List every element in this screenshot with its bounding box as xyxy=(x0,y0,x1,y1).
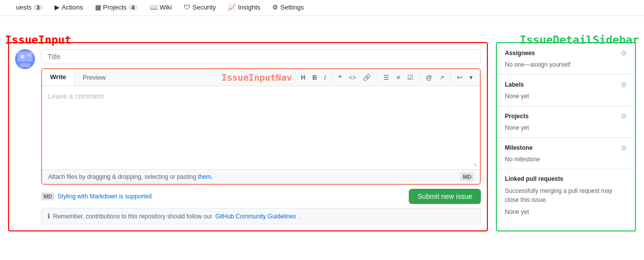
reference-icon[interactable]: ↗ xyxy=(436,72,447,83)
editor-footer: Attach files by dragging & dropping, sel… xyxy=(42,169,480,184)
link-icon[interactable]: 🔗 xyxy=(360,72,374,83)
task-list-icon[interactable]: ☑ xyxy=(404,72,416,83)
title-input[interactable] xyxy=(41,49,481,64)
insights-icon: 📈 xyxy=(228,4,236,11)
editor-body[interactable]: Leave a comment xyxy=(42,86,480,161)
issue-form: Write Preview IssueInputNav H B I ❝ <> 🔗… xyxy=(41,49,481,224)
linked-pr-desc: Successfully merging a pull request may … xyxy=(505,186,627,204)
requests-badge: 3 xyxy=(34,5,43,11)
issue-input-section: Write Preview IssueInputNav H B I ❝ <> 🔗… xyxy=(8,42,488,231)
labels-title: Labels xyxy=(505,81,524,88)
attach-label: Attach files by dragging & dropping, sel… xyxy=(48,173,196,180)
labels-gear-icon[interactable]: ⚙ xyxy=(620,81,627,89)
linked-pr-section: Linked pull requests Successfully mergin… xyxy=(497,169,635,221)
guidelines-link[interactable]: GitHub Community Guidelines xyxy=(215,213,296,220)
linked-pr-value: None yet xyxy=(505,208,627,215)
issue-input-nav: Write Preview IssueInputNav H B I ❝ <> 🔗… xyxy=(42,69,480,86)
nav-item-insights[interactable]: 📈 Insights xyxy=(222,0,266,16)
avatar xyxy=(15,49,35,69)
issue-detail-sidebar: Assignees ⚙ No one—assign yourself Label… xyxy=(496,42,636,231)
quote-icon[interactable]: ❝ xyxy=(335,72,345,83)
svg-point-3 xyxy=(21,55,25,59)
projects-gear-icon[interactable]: ⚙ xyxy=(620,112,627,120)
tab-write[interactable]: Write xyxy=(42,69,75,86)
attach-link[interactable]: them. xyxy=(198,173,213,180)
nav-item-actions[interactable]: ▶ Actions xyxy=(49,0,89,16)
nav-item-projects[interactable]: ▦ Projects 4 xyxy=(89,0,144,16)
labels-section: Labels ⚙ None yet xyxy=(497,75,635,106)
nav-item-security[interactable]: 🛡 Security xyxy=(178,0,222,16)
markdown-link[interactable]: Styling with Markdown is supported xyxy=(58,193,152,200)
wiki-icon: 📖 xyxy=(150,4,158,11)
assignees-title: Assignees xyxy=(505,50,535,57)
milestone-section: Milestone ⚙ No milestone xyxy=(497,138,635,169)
heading-icon[interactable]: H xyxy=(298,72,309,83)
guidelines-bar: ℹ Remember, contributions to this reposi… xyxy=(41,208,481,224)
assignees-section: Assignees ⚙ No one—assign yourself xyxy=(497,43,635,75)
nav-label-requests: uests xyxy=(16,4,32,11)
linked-pr-title: Linked pull requests xyxy=(505,175,627,182)
assignees-value: No one—assign yourself xyxy=(505,61,627,68)
undo-icon[interactable]: ↩ xyxy=(454,72,465,83)
avatar-image xyxy=(15,49,35,69)
nav-label-settings: Settings xyxy=(280,4,304,11)
guidelines-suffix: . xyxy=(299,213,301,220)
projects-header: Projects ⚙ xyxy=(505,112,627,120)
milestone-value: No milestone xyxy=(505,156,627,163)
labels-value: None yet xyxy=(505,93,627,100)
guidelines-text: Remember, contributions to this reposito… xyxy=(53,213,212,220)
svg-point-4 xyxy=(28,54,31,57)
milestone-gear-icon[interactable]: ⚙ xyxy=(620,144,627,152)
assignees-gear-icon[interactable]: ⚙ xyxy=(620,49,627,57)
resize-handle: ⤡ xyxy=(42,161,480,169)
attach-text: Attach files by dragging & dropping, sel… xyxy=(48,173,213,180)
milestone-title: Milestone xyxy=(505,144,532,151)
main-container: Write Preview IssueInputNav H B I ❝ <> 🔗… xyxy=(0,34,644,239)
nav-label-security: Security xyxy=(192,4,216,11)
nav-item-wiki[interactable]: 📖 Wiki xyxy=(144,0,178,16)
resize-icon: ⤡ xyxy=(473,161,478,168)
more-icon[interactable]: ▾ xyxy=(466,72,476,83)
submit-new-issue-button[interactable]: Submit new issue xyxy=(409,189,481,204)
unordered-list-icon[interactable]: ☰ xyxy=(380,72,392,83)
markdown-notice: MD Styling with Markdown is supported xyxy=(41,192,152,200)
bold-icon[interactable]: B xyxy=(309,72,320,83)
italic-icon[interactable]: I xyxy=(321,72,329,83)
svg-rect-1 xyxy=(18,52,33,62)
toolbar-divider-2 xyxy=(377,74,377,82)
nav-label-insights: Insights xyxy=(238,4,260,11)
nav-label-projects: Projects xyxy=(103,4,127,11)
mention-icon[interactable]: @ xyxy=(423,72,435,83)
settings-icon: ⚙ xyxy=(272,4,278,11)
tab-preview[interactable]: Preview xyxy=(75,70,114,85)
toolbar-divider-4 xyxy=(450,74,451,82)
toolbar-divider-1 xyxy=(332,74,332,82)
nav-item-settings[interactable]: ⚙ Settings xyxy=(266,0,310,16)
form-footer: MD Styling with Markdown is supported Su… xyxy=(41,189,481,204)
actions-icon: ▶ xyxy=(55,4,60,11)
projects-value: None yet xyxy=(505,124,627,131)
top-nav: uests 3 ▶ Actions ▦ Projects 4 📖 Wiki 🛡 … xyxy=(0,0,644,16)
info-icon: ℹ xyxy=(48,212,50,220)
ordered-list-icon[interactable]: ≡ xyxy=(393,72,403,83)
projects-title: Projects xyxy=(505,113,528,120)
milestone-header: Milestone ⚙ xyxy=(505,144,627,152)
projects-icon: ▦ xyxy=(95,4,101,11)
debug-sidebar-label: IssueDetailSidebar xyxy=(520,34,639,46)
labels-header: Labels ⚙ xyxy=(505,81,627,89)
svg-rect-2 xyxy=(20,63,30,67)
code-icon[interactable]: <> xyxy=(346,72,359,83)
toolbar-icons: H B I ❝ <> 🔗 ☰ ≡ ☑ @ ↗ xyxy=(294,72,480,83)
assignees-header: Assignees ⚙ xyxy=(505,49,627,57)
nav-item-requests[interactable]: uests 3 xyxy=(8,0,49,16)
nav-label-actions: Actions xyxy=(62,4,83,11)
editor-container: Write Preview IssueInputNav H B I ❝ <> 🔗… xyxy=(41,68,481,185)
debug-nav-label: IssueInputNav xyxy=(222,72,294,83)
md-badge-small: MD xyxy=(41,192,55,200)
security-icon: 🛡 xyxy=(184,4,190,11)
projects-badge: 4 xyxy=(129,5,138,11)
debug-issue-input-label: IssueInput xyxy=(5,34,71,46)
markdown-icon: MD xyxy=(460,173,474,181)
nav-label-wiki: Wiki xyxy=(160,4,172,11)
toolbar-divider-3 xyxy=(419,74,420,82)
